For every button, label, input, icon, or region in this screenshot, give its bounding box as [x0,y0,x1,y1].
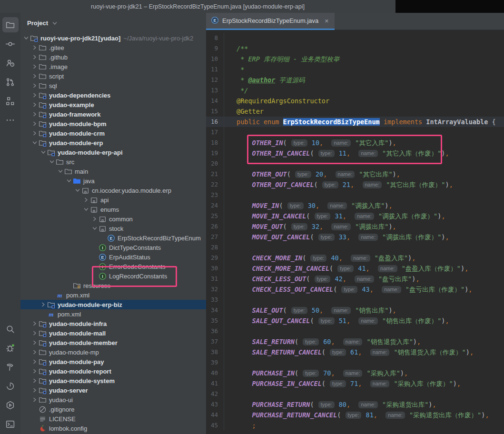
chevron-down-icon[interactable] [91,225,99,232]
code-line-11[interactable]: 11 * [206,64,504,75]
code-line-26[interactable]: 26 MOVE_OUT( type: 32, name: "调拨出库"), [206,221,504,232]
structure-tool-button[interactable] [2,93,19,108]
code-line-24[interactable]: 24 MOVE_IN( type: 30, name: "调拨入库"), [206,200,504,211]
tree-item-yudao-module-infra[interactable]: yudao-module-infra [20,319,206,328]
line-number[interactable]: 31 [206,274,224,284]
project-tool-button[interactable] [2,17,19,32]
tree-item-sql[interactable]: sql [20,81,206,90]
tree-item-yudao-module-pay[interactable]: yudao-module-pay [20,357,206,366]
line-number[interactable]: 41 [206,378,224,389]
line-number[interactable]: 34 [206,305,224,316]
chevron-right-icon[interactable] [31,63,39,70]
chevron-down-icon[interactable] [48,158,56,166]
tree-item-src[interactable]: src [20,157,206,167]
line-number[interactable]: 26 [206,221,224,232]
code-line-30[interactable]: 30 CHECK_MORE_IN_CANCEL( type: 41, name:… [206,263,504,274]
code-line-42[interactable]: 42 [206,389,504,399]
tree-item-enums[interactable]: enums [20,205,206,214]
more-tool-button[interactable] [2,112,19,128]
code-line-12[interactable]: 12 * @author 芋道源码 [206,75,504,85]
tree-item-license[interactable]: LICENSE [20,414,206,424]
chevron-right-icon[interactable] [31,396,39,404]
tree-item-java[interactable]: java [20,176,206,186]
chevron-right-icon[interactable] [31,53,39,61]
terminal-tool-button[interactable] [2,416,19,432]
chevron-right-icon[interactable] [31,358,39,365]
line-number[interactable]: 39 [206,357,224,368]
tree-item-gitignore[interactable]: .gitignore [20,404,206,414]
line-number[interactable]: 18 [206,138,224,148]
chevron-right-icon[interactable] [31,91,39,99]
code-line-17[interactable]: 17 [206,127,504,138]
chevron-right-icon[interactable] [31,339,39,346]
code-line-33[interactable]: 33 [206,295,504,305]
chevron-right-icon[interactable] [91,215,99,223]
tree-item-resources[interactable]: resources [20,281,206,290]
tree-item-yudao-framework[interactable]: yudao-framework [20,109,206,119]
tree-item-yudao-module-erp-api[interactable]: yudao-module-erp-api [20,148,206,157]
line-number[interactable]: 44 [206,410,224,420]
tab-erp-stock-record-biz-type-enum[interactable]: E ErpStockRecordBizTypeEnum.java × [206,13,335,30]
line-number[interactable]: 11 [206,64,224,75]
tree-item-yudao-dependencies[interactable]: yudao-dependencies [20,90,206,100]
line-number[interactable]: 13 [206,85,224,96]
tree-item-erpauditstatus[interactable]: EErpAuditStatus [20,252,206,262]
line-number[interactable]: 30 [206,263,224,274]
chevron-right-icon[interactable] [31,82,39,89]
collaboration-tool-button[interactable]: ? [2,55,19,70]
chevron-right-icon[interactable] [82,196,90,204]
line-number[interactable]: 16 [206,117,224,127]
profiler-tool-button[interactable] [2,378,19,394]
chevron-down-icon[interactable] [51,20,59,27]
code-line-20[interactable]: 20 [206,158,504,169]
debug-tool-button[interactable] [2,340,19,355]
tree-item-dicttypeconstants[interactable]: IDictTypeConstants [20,243,206,252]
code-line-44[interactable]: 44 PURCHASE_RETURN_CANCEL( type: 81, nam… [206,410,504,420]
chevron-down-icon[interactable] [40,148,47,156]
tree-item-logrecordconstants[interactable]: ILogRecordConstants [20,271,206,281]
tree-item-main[interactable]: main [20,167,206,176]
code-line-40[interactable]: 40 PURCHASE_IN( type: 70, name: "采购入库"), [206,368,504,378]
line-number[interactable]: 10 [206,54,224,64]
code-line-27[interactable]: 27 MOVE_OUT_CANCEL( type: 33, name: "调拨出… [206,232,504,242]
code-line-10[interactable]: 10 * ERP 库存明细 - 业务类型枚举 [206,54,504,64]
line-number[interactable]: 14 [206,96,224,106]
tree-item-gitee[interactable]: .gitee [20,43,206,52]
chevron-right-icon[interactable] [31,386,39,394]
tree-item-yudao-module-bpm[interactable]: yudao-module-bpm [20,119,206,128]
chevron-right-icon[interactable] [31,329,39,337]
chevron-right-icon[interactable] [31,348,39,356]
tree-item-errorcodeconstants[interactable]: IErrorCodeConstants [20,262,206,271]
code-line-37[interactable]: 37 SALE_RETURN( type: 60, name: "销售退货入库"… [206,336,504,347]
tree-item-yudao-module-member[interactable]: yudao-module-member [20,338,206,347]
tree-item-erpstockrecordbiztypeenum[interactable]: EErpStockRecordBizTypeEnum [20,233,206,243]
line-number[interactable]: 29 [206,253,224,263]
chevron-down-icon[interactable] [65,177,73,185]
tree-item-api[interactable]: api [20,195,206,205]
tree-item-yudao-module-erp-biz[interactable]: yudao-module-erp-biz [20,300,206,309]
line-number[interactable]: 17 [206,127,224,138]
line-number[interactable]: 43 [206,399,224,410]
line-number[interactable]: 8 [206,33,224,43]
tree-item-yudao-module-crm[interactable]: yudao-module-crm [20,128,206,138]
chevron-right-icon[interactable] [40,301,47,308]
line-number[interactable]: 45 [206,420,224,431]
tree-item-stock[interactable]: stock [20,224,206,233]
line-number[interactable]: 24 [206,200,224,211]
code-line-41[interactable]: 41 PURCHASE_IN_CANCEL( type: 71, name: "… [206,378,504,389]
line-number[interactable]: 28 [206,242,224,253]
line-number[interactable]: 36 [206,326,224,336]
code-line-43[interactable]: 43 PURCHASE_RETURN( type: 80, name: "采购退… [206,399,504,410]
chevron-down-icon[interactable] [74,187,81,194]
line-number[interactable]: 40 [206,368,224,378]
chevron-right-icon[interactable] [31,101,39,108]
line-number[interactable]: 38 [206,347,224,357]
code-line-34[interactable]: 34 SALE_OUT( type: 50, name: "销售出库"), [206,305,504,316]
line-number[interactable]: 27 [206,232,224,242]
tree-item-yudao-ui[interactable]: yudao-ui [20,395,206,404]
code-line-22[interactable]: 22 OTHER_OUT_CANCEL( type: 21, name: "其它… [206,179,504,190]
code-line-28[interactable]: 28 [206,242,504,253]
services-tool-button[interactable] [2,397,19,413]
project-panel-header[interactable]: Project [20,13,206,33]
chevron-right-icon[interactable] [31,320,39,327]
